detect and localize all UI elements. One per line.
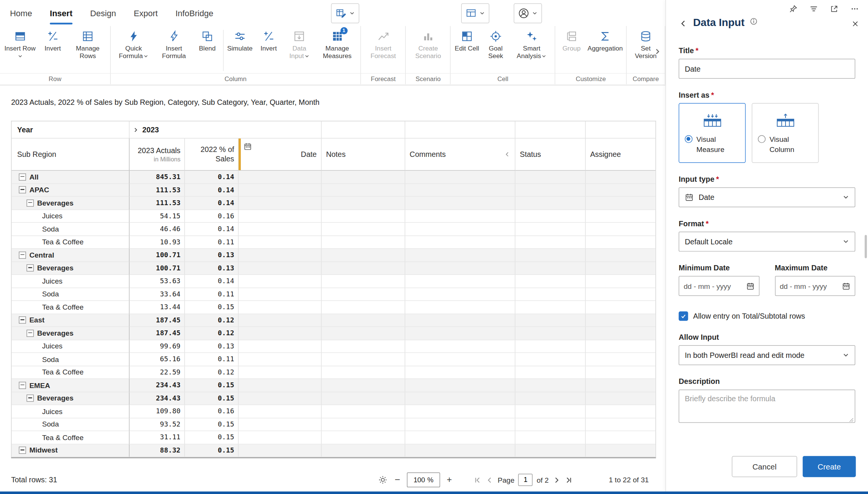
empty-cell[interactable] [405,392,515,405]
empty-cell[interactable] [322,262,405,275]
empty-cell[interactable] [238,210,321,223]
header-notes[interactable]: Notes [322,138,405,170]
empty-cell[interactable] [405,171,515,184]
empty-cell[interactable] [586,444,656,457]
ribbon-button-group[interactable]: Group [557,28,586,53]
empty-cell[interactable] [322,171,405,184]
empty-cell[interactable] [515,340,586,353]
empty-cell[interactable] [322,405,405,418]
ribbon-button-edit-cell[interactable]: Edit Cell [452,28,481,53]
empty-cell[interactable] [586,197,656,210]
ribbon-button-aggregation[interactable]: Aggregation [586,28,624,53]
empty-cell[interactable] [238,444,321,457]
empty-cell[interactable] [405,301,515,314]
collapse-icon[interactable] [19,252,26,259]
ribbon-button-manage-rows[interactable]: Manage Rows [67,28,108,61]
table-row-soda[interactable]: Soda93.520.15 [12,418,656,431]
header-date[interactable]: Date [238,138,321,170]
empty-cell[interactable] [515,171,586,184]
table-row-tea-coffee[interactable]: Tea & Coffee31.110.15 [12,431,656,444]
collapse-icon[interactable] [27,395,34,402]
empty-cell[interactable] [515,275,586,288]
empty-cell[interactable] [405,418,515,431]
empty-cell[interactable] [238,223,321,236]
empty-cell[interactable] [586,249,656,262]
empty-cell[interactable] [515,353,586,366]
description-textarea[interactable] [679,390,855,423]
table-row-beverages[interactable]: Beverages100.710.13 [12,262,656,275]
empty-cell[interactable] [515,327,586,340]
empty-cell[interactable] [586,405,656,418]
first-page-button[interactable] [473,476,481,484]
pin-icon[interactable] [789,5,798,14]
empty-cell[interactable] [238,431,321,444]
empty-cell[interactable] [238,197,321,210]
empty-cell[interactable] [586,340,656,353]
ribbon-button-insert-forecast[interactable]: Insert Forecast [363,28,404,61]
empty-cell[interactable] [515,405,586,418]
empty-cell[interactable] [405,184,515,197]
ribbon-button-data-input[interactable]: Data Input [283,28,316,61]
collapse-icon[interactable] [27,199,34,207]
empty-cell[interactable] [238,301,321,314]
empty-cell[interactable] [586,379,656,392]
create-button[interactable]: Create [803,456,856,477]
empty-cell[interactable] [322,444,405,457]
allow-input-select[interactable]: In both PowerBI read and edit mode [679,345,855,365]
table-row-midwest[interactable]: Midwest88.320.15 [12,444,656,457]
empty-cell[interactable] [405,444,515,457]
empty-cell[interactable] [238,184,321,197]
resize-handle-icon[interactable] [849,417,854,422]
settings-gear-icon[interactable] [378,475,388,485]
empty-cell[interactable] [515,249,586,262]
table-row-emea[interactable]: EMEA234.430.15 [12,379,656,392]
back-icon[interactable] [679,19,688,28]
empty-cell[interactable] [238,288,321,301]
empty-cell[interactable] [515,262,586,275]
empty-cell[interactable] [586,314,656,327]
empty-cell[interactable] [238,418,321,431]
last-page-button[interactable] [565,476,573,484]
empty-cell[interactable] [586,353,656,366]
table-row-tea-coffee[interactable]: Tea & Coffee13.440.15 [12,301,656,314]
empty-cell[interactable] [586,418,656,431]
empty-cell[interactable] [515,197,586,210]
empty-cell[interactable] [515,210,586,223]
ribbon-button-insert-formula[interactable]: Insert Formula [155,28,193,61]
empty-cell[interactable] [238,379,321,392]
allow-total-checkbox[interactable] [679,311,688,321]
table-row-all[interactable]: All845.310.14 [12,171,656,184]
header-comments[interactable]: Comments [405,138,515,170]
empty-cell[interactable] [238,392,321,405]
year-2023-cell[interactable]: 2023 [130,121,322,139]
more-options-icon[interactable] [850,5,859,14]
header-2023-actuals[interactable]: 2023 Actuals in Millions [130,138,185,170]
empty-cell[interactable] [322,301,405,314]
previous-page-button[interactable] [486,476,494,484]
empty-cell[interactable] [586,184,656,197]
empty-cell[interactable] [322,236,405,249]
collapse-icon[interactable] [19,316,26,324]
empty-cell[interactable] [586,223,656,236]
ribbon-button-simulate[interactable]: Simulate [225,28,254,53]
close-icon[interactable] [851,20,859,28]
visual-measure-radio[interactable] [685,135,693,143]
empty-cell[interactable] [322,366,405,379]
collapse-icon[interactable] [19,447,26,454]
empty-cell[interactable] [405,353,515,366]
empty-cell[interactable] [586,366,656,379]
table-row-central[interactable]: Central100.710.13 [12,249,656,262]
visual-column-radio[interactable] [758,135,766,143]
empty-cell[interactable] [586,431,656,444]
collapse-column-icon[interactable] [504,151,510,157]
empty-cell[interactable] [586,236,656,249]
ribbon-button-manage-measures[interactable]: 1Manage Measures [316,28,359,61]
empty-cell[interactable] [586,275,656,288]
empty-cell[interactable] [515,236,586,249]
empty-cell[interactable] [515,184,586,197]
empty-cell[interactable] [322,418,405,431]
collapse-icon[interactable] [19,382,26,389]
quick-edit-button[interactable] [331,3,359,23]
header-assignee[interactable]: Assignee [586,138,656,170]
empty-cell[interactable] [515,288,586,301]
